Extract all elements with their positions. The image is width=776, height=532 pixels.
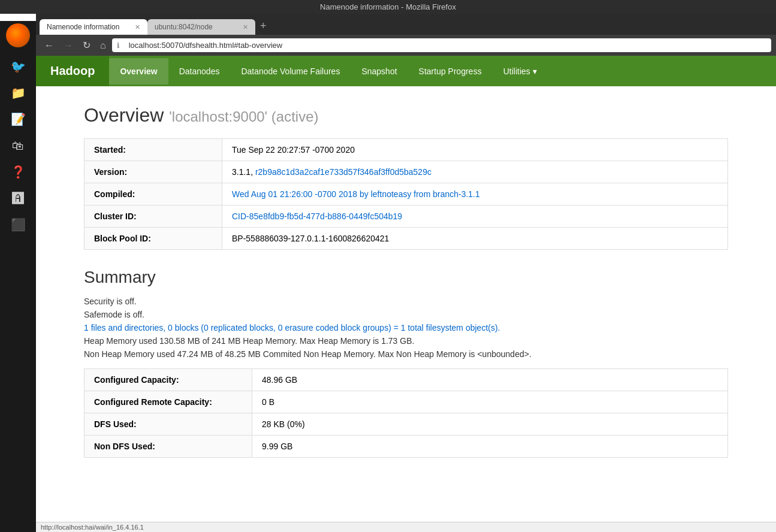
summary-title: Summary <box>84 268 728 287</box>
table-row: Cluster ID: CID-85e8fdb9-fb5d-477d-b886-… <box>84 205 728 228</box>
address-bar-row: ← → ↻ ⌂ ℹ <box>36 35 776 56</box>
tabs-bar: Namenode information ✕ ubuntu:8042/node … <box>36 14 776 35</box>
compiled-link[interactable]: Wed Aug 01 21:26:00 -0700 2018 by leftno… <box>232 189 480 199</box>
amazon-icon[interactable]: 🅰 <box>6 186 30 210</box>
security-status: Security is off. <box>84 297 728 306</box>
nav-utilities[interactable]: Utilities ▾ <box>493 58 548 84</box>
filesystem-link[interactable]: 1 files and directories, 0 blocks (0 rep… <box>84 323 500 332</box>
back-button[interactable]: ← <box>41 38 58 53</box>
table-row: Started: Tue Sep 22 20:27:57 -0700 2020 <box>84 139 728 161</box>
heap-memory-status: Heap Memory used 130.58 MB of 241 MB Hea… <box>84 336 728 346</box>
summary-table: Configured Capacity: 48.96 GB Configured… <box>84 368 728 458</box>
dfs-used-value: 28 KB (0%) <box>252 413 728 436</box>
tab-ubuntu-label: ubuntu:8042/node <box>155 23 213 31</box>
tab-namenode[interactable]: Namenode information ✕ <box>40 19 147 35</box>
configured-capacity-label: Configured Capacity: <box>84 369 252 391</box>
status-bar-text: http://localhost:hai/wai/in_16.4.16.1 <box>41 524 144 531</box>
non-dfs-used-value: 9.99 GB <box>252 436 728 458</box>
address-info-icon: ℹ <box>117 41 120 50</box>
configured-remote-capacity-value: 0 B <box>252 391 728 413</box>
page-title: Overview 'localhost:9000' (active) <box>84 104 728 126</box>
browser-chrome: Namenode information ✕ ubuntu:8042/node … <box>36 14 776 56</box>
configured-capacity-value: 48.96 GB <box>252 369 728 391</box>
table-row: Configured Remote Capacity: 0 B <box>84 391 728 413</box>
cell-blockpoolid-label: Block Pool ID: <box>84 228 222 250</box>
nav-utilities-label: Utilities ▾ <box>503 66 537 76</box>
address-input[interactable] <box>112 38 771 52</box>
page-content: Overview 'localhost:9000' (active) Start… <box>36 86 776 532</box>
terminal-icon[interactable]: ⬛ <box>6 213 30 237</box>
os-title: Namenode information - Mozilla Firefox <box>320 2 456 11</box>
status-bar: http://localhost:hai/wai/in_16.4.16.1 <box>36 522 776 532</box>
table-row: Compiled: Wed Aug 01 21:26:00 -0700 2018… <box>84 183 728 205</box>
version-link[interactable]: r2b9a8c1d3a2caf1e733d57f346af3ff0d5ba529… <box>255 167 431 177</box>
table-row: Configured Capacity: 48.96 GB <box>84 369 728 391</box>
table-row: Block Pool ID: BP-558886039-127.0.1.1-16… <box>84 228 728 250</box>
nav-startup-progress[interactable]: Startup Progress <box>408 58 493 84</box>
tab-ubuntu-close[interactable]: ✕ <box>243 23 248 31</box>
text-editor-icon[interactable]: 📝 <box>6 107 30 131</box>
cell-compiled-label: Compiled: <box>84 183 222 205</box>
nav-datanodes[interactable]: Datanodes <box>168 58 231 84</box>
cell-started-label: Started: <box>84 139 222 161</box>
main-content: Namenode information ✕ ubuntu:8042/node … <box>36 14 776 532</box>
reload-button[interactable]: ↻ <box>79 37 94 53</box>
firefox-logo-icon[interactable] <box>6 23 30 47</box>
non-dfs-used-label: Non DFS Used: <box>84 436 252 458</box>
cell-blockpoolid-value: BP-558886039-127.0.1.1-1600826620421 <box>222 228 728 250</box>
tab-namenode-label: Namenode information <box>47 23 119 31</box>
nav-snapshot[interactable]: Snapshot <box>351 58 407 84</box>
help-icon[interactable]: ❓ <box>6 160 30 184</box>
thunderbird-icon[interactable]: 🐦 <box>6 55 30 78</box>
cell-version-label: Version: <box>84 161 222 183</box>
files-icon[interactable]: 📁 <box>6 81 30 105</box>
os-title-bar: Namenode information - Mozilla Firefox <box>0 0 776 14</box>
nav-datanode-volume-failures[interactable]: Datanode Volume Failures <box>230 58 351 84</box>
tab-namenode-close[interactable]: ✕ <box>135 23 140 31</box>
dfs-used-label: DFS Used: <box>84 413 252 436</box>
cell-clusterid-label: Cluster ID: <box>84 205 222 228</box>
hadoop-navbar: Hadoop Overview Datanodes Datanode Volum… <box>36 56 776 86</box>
nav-overview[interactable]: Overview <box>109 58 168 84</box>
firefox-sidebar: 🐦 📁 📝 🛍 ❓ 🅰 ⬛ <box>0 21 36 532</box>
page-title-sub: 'localhost:9000' (active) <box>169 108 318 125</box>
table-row: Version: 3.1.1, r2b9a8c1d3a2caf1e733d57f… <box>84 161 728 183</box>
table-row: Non DFS Used: 9.99 GB <box>84 436 728 458</box>
address-bar-wrap: ℹ <box>112 38 771 52</box>
cluster-id-link[interactable]: CID-85e8fdb9-fb5d-477d-b886-0449fc504b19 <box>232 211 402 221</box>
new-tab-button[interactable]: + <box>255 17 271 35</box>
nonheap-memory-status: Non Heap Memory used 47.24 MB of 48.25 M… <box>84 349 728 359</box>
hadoop-brand[interactable]: Hadoop <box>36 56 109 86</box>
table-row: DFS Used: 28 KB (0%) <box>84 413 728 436</box>
home-button[interactable]: ⌂ <box>96 38 110 53</box>
configured-remote-capacity-label: Configured Remote Capacity: <box>84 391 252 413</box>
safemode-status: Safemode is off. <box>84 310 728 319</box>
cell-started-value: Tue Sep 22 20:27:57 -0700 2020 <box>222 139 728 161</box>
tab-ubuntu[interactable]: ubuntu:8042/node ✕ <box>147 19 255 35</box>
overview-table: Started: Tue Sep 22 20:27:57 -0700 2020 … <box>84 138 728 250</box>
cell-compiled-value: Wed Aug 01 21:26:00 -0700 2018 by leftno… <box>222 183 728 205</box>
cell-clusterid-value: CID-85e8fdb9-fb5d-477d-b886-0449fc504b19 <box>222 205 728 228</box>
software-center-icon[interactable]: 🛍 <box>6 134 30 158</box>
filesystem-status: 1 files and directories, 0 blocks (0 rep… <box>84 323 728 332</box>
forward-button[interactable]: → <box>60 38 77 53</box>
cell-version-value: 3.1.1, r2b9a8c1d3a2caf1e733d57f346af3ff0… <box>222 161 728 183</box>
